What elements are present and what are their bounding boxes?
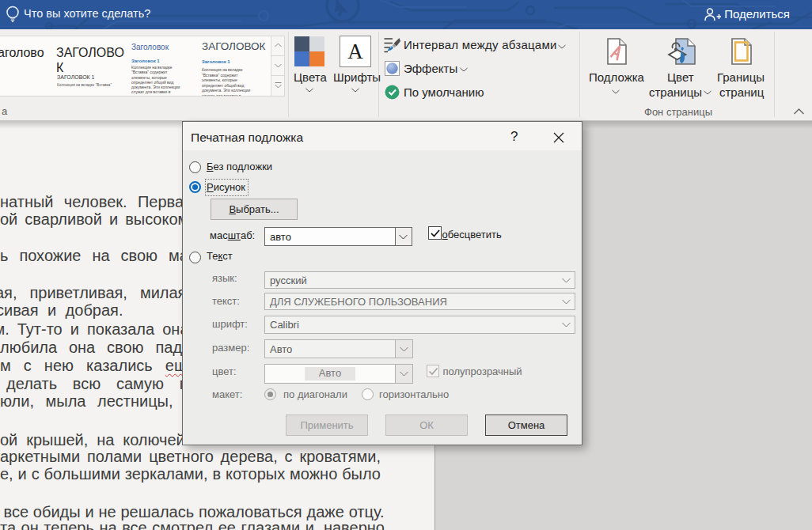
svg-text:A: A (347, 40, 363, 63)
